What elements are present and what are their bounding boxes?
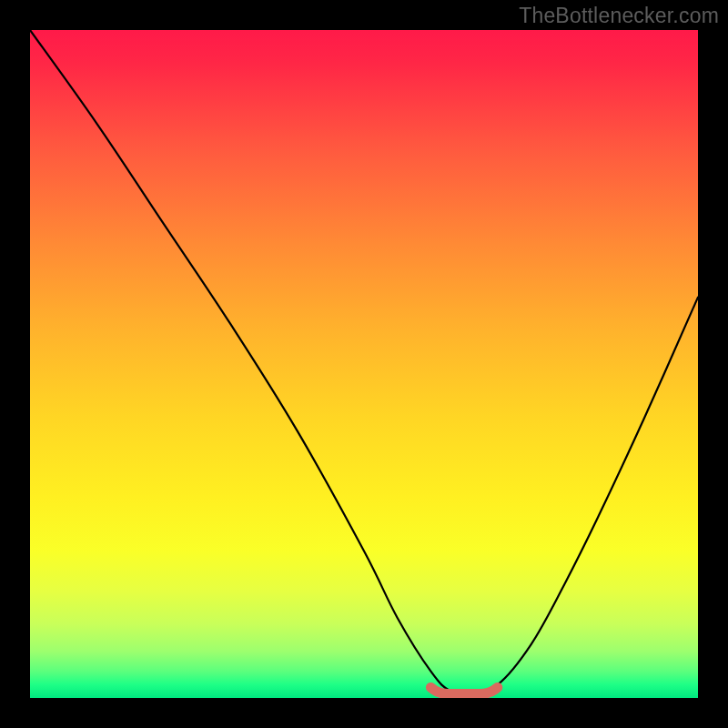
chart-svg <box>30 30 698 698</box>
optimal-range-marker <box>430 687 497 693</box>
watermark-text: TheBottlenecker.com <box>519 4 719 28</box>
plot-area <box>30 30 698 698</box>
bottleneck-curve-line <box>30 30 698 693</box>
chart-container: TheBottlenecker.com <box>0 0 728 728</box>
